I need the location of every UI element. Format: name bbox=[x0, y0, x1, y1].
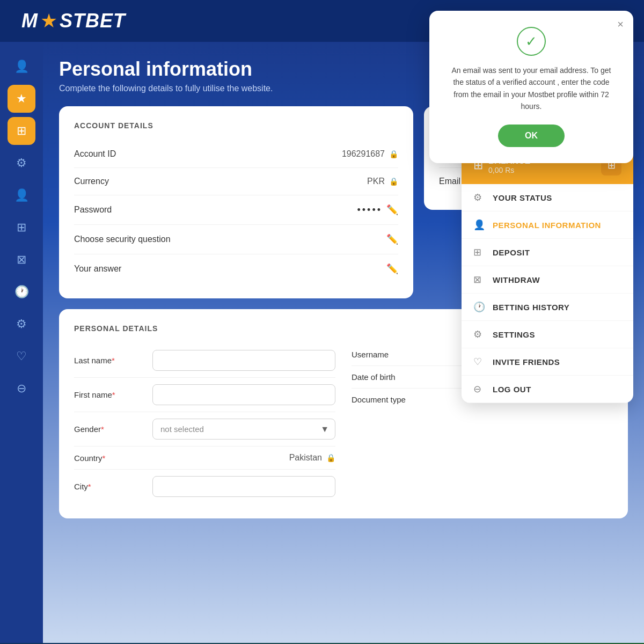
country-row: Country* Pakistan 🔒 bbox=[74, 447, 335, 470]
betting-history-icon: 🕐 bbox=[473, 301, 485, 313]
first-name-input-wrap bbox=[152, 384, 335, 405]
logo-text: M bbox=[21, 10, 38, 32]
account-id-value: 196291687 🔒 bbox=[342, 149, 398, 159]
dob-label: Date of birth bbox=[352, 372, 421, 382]
personal-left-col: Last name* First name* bbox=[74, 343, 335, 503]
email-label: Email bbox=[439, 177, 460, 186]
your-answer-value: ✏️ bbox=[386, 263, 398, 275]
sidebar-item-history[interactable]: 🕐 bbox=[8, 278, 35, 306]
last-name-input[interactable] bbox=[152, 350, 335, 371]
your-answer-row: Your answer ✏️ bbox=[74, 254, 398, 283]
last-name-row: Last name* bbox=[74, 343, 335, 378]
account-id-label: Account ID bbox=[74, 149, 116, 159]
currency-lock-icon: 🔒 bbox=[389, 177, 398, 186]
currency-label: Currency bbox=[74, 177, 109, 186]
currency-value: PKR 🔒 bbox=[367, 177, 398, 186]
logo: M ★ STBET bbox=[21, 10, 126, 32]
sidebar: 👤 ★ ⊞ ⚙ 👤 ⊞ ⊠ 🕐 ⚙ ♡ ⊖ bbox=[0, 42, 43, 643]
sidebar-item-settings[interactable]: ⚙ bbox=[8, 149, 35, 177]
menu-item-logout[interactable]: ⊖ LOG OUT bbox=[462, 376, 633, 403]
menu-item-your-status[interactable]: ⚙ YOUR STATUS bbox=[462, 184, 633, 211]
betting-history-label: BETTING HISTORY bbox=[493, 303, 569, 312]
personal-info-label: PERSONAL INFORMATION bbox=[493, 221, 601, 230]
notification-popup: × ✓ An email was sent to your email addr… bbox=[429, 11, 633, 163]
menu-item-withdraw[interactable]: ⊠ WITHDRAW bbox=[462, 266, 633, 294]
settings-menu-label: SETTINGS bbox=[493, 330, 535, 339]
popup-message: An email was sent to your email address.… bbox=[445, 64, 617, 113]
first-name-input[interactable] bbox=[152, 384, 335, 405]
your-status-label: YOUR STATUS bbox=[493, 193, 552, 202]
account-id-row: Account ID 196291687 🔒 bbox=[74, 141, 398, 168]
gender-select-wrap: not selected Male Female ▼ bbox=[152, 419, 335, 440]
sidebar-item-user[interactable]: 👤 bbox=[8, 181, 35, 209]
invite-friends-icon: ♡ bbox=[473, 356, 485, 368]
currency-text: PKR bbox=[367, 177, 385, 186]
your-answer-label: Your answer bbox=[74, 264, 121, 274]
password-value: ••••• ✏️ bbox=[357, 204, 398, 216]
popup-ok-button[interactable]: OK bbox=[498, 125, 565, 147]
menu-item-deposit[interactable]: ⊞ DEPOSIT bbox=[462, 239, 633, 266]
sidebar-item-heart[interactable]: ♡ bbox=[8, 342, 35, 370]
sidebar-item-grid[interactable]: ⊞ bbox=[8, 117, 35, 145]
first-name-row: First name* bbox=[74, 378, 335, 412]
sidebar-item-logout[interactable]: ⊖ bbox=[8, 375, 35, 402]
city-input[interactable] bbox=[152, 476, 335, 497]
password-dots: ••••• bbox=[357, 204, 382, 216]
logout-label: LOG OUT bbox=[493, 385, 531, 394]
country-label: Country* bbox=[74, 453, 144, 463]
document-label: Document type bbox=[352, 395, 421, 404]
password-row: Password ••••• ✏️ bbox=[74, 195, 398, 225]
sidebar-item-profile[interactable]: 👤 bbox=[8, 53, 35, 80]
popup-check-icon: ✓ bbox=[517, 27, 546, 56]
popup-close-button[interactable]: × bbox=[617, 18, 624, 31]
balance-amount: 0,00 Rs bbox=[488, 166, 530, 174]
last-name-input-wrap bbox=[152, 350, 335, 371]
withdraw-label: WITHDRAW bbox=[493, 275, 540, 284]
sidebar-item-favorites[interactable]: ★ bbox=[8, 85, 35, 113]
country-text: Pakistan bbox=[289, 453, 322, 463]
account-details-card: ACCOUNT DETAILS Account ID 196291687 🔒 C… bbox=[59, 106, 413, 298]
deposit-icon: ⊞ bbox=[473, 246, 485, 258]
settings-menu-icon: ⚙ bbox=[473, 328, 485, 340]
account-details-title: ACCOUNT DETAILS bbox=[74, 121, 398, 130]
security-question-label: Choose security question bbox=[74, 235, 171, 244]
country-lock-icon: 🔒 bbox=[326, 453, 335, 462]
username-label: Username bbox=[352, 350, 421, 359]
city-row: City* bbox=[74, 470, 335, 503]
currency-row: Currency PKR 🔒 bbox=[74, 168, 398, 195]
sidebar-item-grid3[interactable]: ⊠ bbox=[8, 246, 35, 274]
your-status-icon: ⚙ bbox=[473, 192, 485, 203]
menu-item-settings[interactable]: ⚙ SETTINGS bbox=[462, 321, 633, 348]
logout-icon: ⊖ bbox=[473, 383, 485, 395]
gender-select[interactable]: not selected Male Female bbox=[152, 419, 335, 440]
menu-item-personal-info[interactable]: 👤 PERSONAL INFORMATION bbox=[462, 211, 633, 239]
city-label: City* bbox=[74, 482, 144, 491]
account-id-lock-icon: 🔒 bbox=[389, 150, 398, 158]
sidebar-item-grid2[interactable]: ⊞ bbox=[8, 214, 35, 241]
city-input-wrap bbox=[152, 476, 335, 497]
first-name-label: First name* bbox=[74, 390, 144, 399]
menu-item-invite-friends[interactable]: ♡ INVITE FRIENDS bbox=[462, 348, 633, 376]
personal-info-icon: 👤 bbox=[473, 219, 485, 231]
your-answer-edit-icon[interactable]: ✏️ bbox=[386, 263, 398, 275]
deposit-label: DEPOSIT bbox=[493, 248, 530, 257]
invite-friends-label: INVITE FRIENDS bbox=[493, 357, 560, 367]
security-question-value: ✏️ bbox=[386, 233, 398, 245]
logo-text2: STBET bbox=[60, 10, 126, 32]
gender-label: Gender* bbox=[74, 425, 144, 434]
security-question-edit-icon[interactable]: ✏️ bbox=[386, 233, 398, 245]
gender-row: Gender* not selected Male Female ▼ bbox=[74, 412, 335, 447]
withdraw-icon: ⊠ bbox=[473, 274, 485, 286]
menu-item-betting-history[interactable]: 🕐 BETTING HISTORY bbox=[462, 294, 633, 321]
country-value: Pakistan 🔒 bbox=[289, 453, 335, 463]
logo-star-icon: ★ bbox=[40, 10, 57, 32]
last-name-label: Last name* bbox=[74, 356, 144, 365]
sidebar-item-settings2[interactable]: ⚙ bbox=[8, 310, 35, 338]
security-question-row: Choose security question ✏️ bbox=[74, 225, 398, 254]
account-id-number: 196291687 bbox=[342, 149, 385, 159]
password-edit-icon[interactable]: ✏️ bbox=[386, 204, 398, 216]
password-label: Password bbox=[74, 205, 112, 215]
